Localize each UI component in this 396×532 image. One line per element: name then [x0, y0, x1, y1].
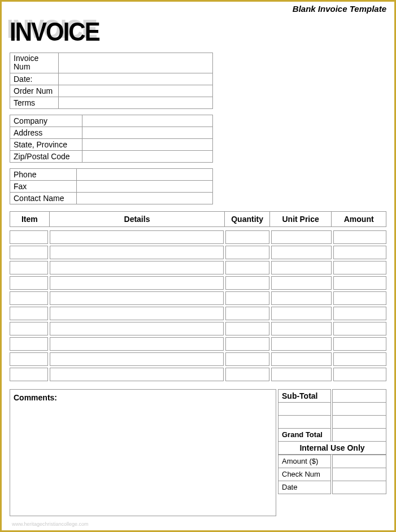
cell-item[interactable]: [10, 230, 48, 244]
cell-item[interactable]: [10, 307, 48, 320]
cell-unit[interactable]: [271, 246, 332, 259]
cell-details[interactable]: [50, 230, 224, 244]
cell-amount[interactable]: [333, 352, 386, 366]
cell-details[interactable]: [50, 337, 224, 351]
blank-total-label[interactable]: [278, 402, 331, 416]
internal-amount-label: Amount ($): [278, 455, 331, 468]
cell-amount[interactable]: [333, 322, 386, 335]
cell-details[interactable]: [50, 276, 224, 290]
blank-total-label[interactable]: [278, 415, 331, 429]
internal-date-field[interactable]: [332, 481, 386, 494]
order-num-row: Order Num: [10, 85, 213, 97]
cell-amount[interactable]: [333, 307, 386, 320]
order-num-field[interactable]: [59, 85, 212, 97]
cell-unit[interactable]: [271, 261, 332, 274]
cell-amount[interactable]: [333, 276, 386, 290]
items-header-row: Item Details Quantity Unit Price Amount: [10, 211, 386, 227]
cell-unit[interactable]: [271, 322, 332, 335]
cell-item[interactable]: [10, 276, 48, 290]
cell-item[interactable]: [10, 322, 48, 335]
blank-total-field[interactable]: [332, 415, 386, 429]
contact-name-field[interactable]: [77, 193, 212, 204]
cell-unit[interactable]: [271, 291, 332, 305]
address-row: Address: [10, 127, 213, 139]
cell-item[interactable]: [10, 261, 48, 274]
cell-details[interactable]: [50, 291, 224, 305]
item-row: [10, 276, 386, 290]
cell-unit[interactable]: [271, 276, 332, 290]
terms-field[interactable]: [59, 97, 212, 108]
cell-item[interactable]: [10, 337, 48, 351]
cell-unit[interactable]: [271, 368, 332, 381]
header-quantity: Quantity: [225, 212, 270, 226]
cell-unit[interactable]: [271, 352, 332, 366]
state-field[interactable]: [82, 139, 212, 150]
item-row: [10, 368, 386, 381]
watermark-text: www.heritagechristiancollege.com: [12, 521, 89, 527]
invoice-title: INVOICE: [10, 18, 99, 47]
cell-qty[interactable]: [225, 276, 269, 290]
cell-qty[interactable]: [225, 352, 269, 366]
terms-row: Terms: [10, 97, 213, 109]
cell-details[interactable]: [50, 246, 224, 259]
internal-check-label: Check Num: [278, 468, 331, 481]
grand-total-field[interactable]: [332, 428, 386, 442]
invoice-meta-block: Invoice Num Date: Order Num Terms: [10, 53, 213, 109]
cell-amount[interactable]: [333, 230, 386, 244]
cell-qty[interactable]: [225, 322, 269, 335]
internal-check-field[interactable]: [332, 468, 386, 481]
cell-details[interactable]: [50, 322, 224, 335]
cell-qty[interactable]: [225, 307, 269, 320]
grand-total-label: Grand Total: [278, 428, 331, 442]
cell-details[interactable]: [50, 368, 224, 381]
blank-total-field[interactable]: [332, 402, 386, 416]
cell-unit[interactable]: [271, 307, 332, 320]
company-row: Company: [10, 115, 213, 127]
cell-amount[interactable]: [333, 368, 386, 381]
internal-check-row: Check Num: [278, 468, 386, 481]
header-item: Item: [10, 212, 50, 226]
contact-block: Phone Fax Contact Name: [10, 168, 213, 204]
invoice-title-block: INVOICE INVOICE: [10, 19, 386, 46]
cell-qty[interactable]: [225, 337, 269, 351]
cell-qty[interactable]: [225, 246, 269, 259]
header-details: Details: [50, 212, 225, 226]
cell-item[interactable]: [10, 352, 48, 366]
header-unit-price: Unit Price: [270, 212, 332, 226]
cell-qty[interactable]: [225, 230, 269, 244]
item-row: [10, 261, 386, 274]
template-name-label: Blank Invoice Template: [293, 4, 386, 14]
phone-field[interactable]: [77, 169, 212, 180]
invoice-page: Blank Invoice Template INVOICE INVOICE I…: [0, 0, 396, 532]
cell-item[interactable]: [10, 291, 48, 305]
cell-item[interactable]: [10, 368, 48, 381]
cell-unit[interactable]: [271, 337, 332, 351]
comments-box[interactable]: Comments:: [10, 389, 276, 516]
cell-qty[interactable]: [225, 261, 269, 274]
company-field[interactable]: [82, 115, 212, 127]
subtotal-field[interactable]: [332, 389, 386, 403]
cell-details[interactable]: [50, 261, 224, 274]
item-row: [10, 246, 386, 259]
item-row: [10, 352, 386, 366]
cell-amount[interactable]: [333, 246, 386, 259]
cell-amount[interactable]: [333, 261, 386, 274]
cell-item[interactable]: [10, 246, 48, 259]
zip-label: Zip/Postal Code: [10, 151, 82, 162]
cell-details[interactable]: [50, 307, 224, 320]
address-field[interactable]: [82, 127, 212, 138]
cell-amount[interactable]: [333, 291, 386, 305]
fax-field[interactable]: [77, 181, 212, 192]
cell-unit[interactable]: [271, 230, 332, 244]
cell-details[interactable]: [50, 352, 224, 366]
item-row: [10, 337, 386, 351]
cell-qty[interactable]: [225, 368, 269, 381]
totals-box: Sub-Total Grand Total Internal Use Only …: [278, 389, 386, 516]
zip-field[interactable]: [82, 151, 212, 162]
contact-name-row: Contact Name: [10, 193, 213, 204]
date-field[interactable]: [59, 73, 212, 85]
invoice-num-field[interactable]: [59, 53, 212, 73]
internal-amount-field[interactable]: [332, 455, 386, 468]
cell-amount[interactable]: [333, 337, 386, 351]
cell-qty[interactable]: [225, 291, 269, 305]
